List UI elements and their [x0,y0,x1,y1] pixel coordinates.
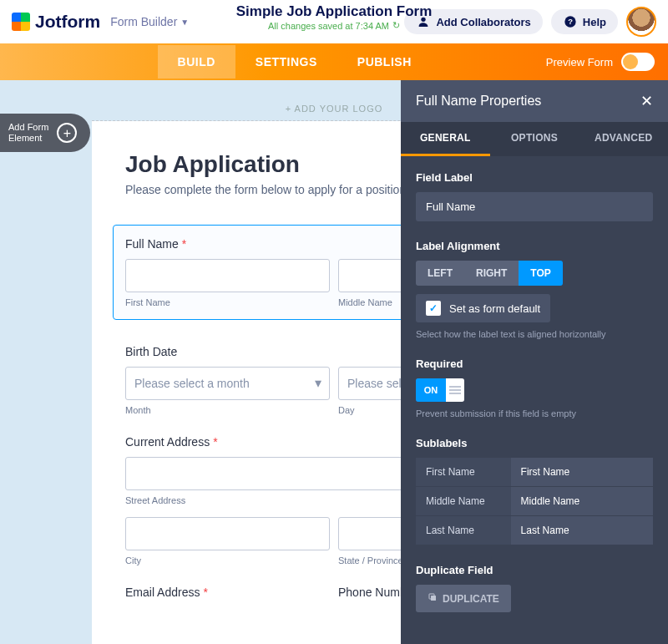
section-label-alignment: Label Alignment LEFT RIGHT TOP Set as fo… [416,240,653,339]
sublabel-input-middle[interactable] [521,495,643,507]
question-icon: ? [563,14,578,29]
help-button[interactable]: ? Help [551,9,618,34]
field-label-input[interactable] [416,192,653,221]
main-tab-bar: BUILD SETTINGS PUBLISH Preview Form [0,43,668,80]
top-bar: Jotform Form Builder ▼ Simple Job Applic… [0,0,668,43]
required-star: * [213,435,217,449]
alignment-hint: Select how the label text is aligned hor… [416,329,653,339]
month-select[interactable]: Please select a month [125,367,330,400]
city-input[interactable] [125,517,330,550]
properties-tabs: GENERAL OPTIONS ADVANCED [401,122,668,156]
header-center: Simple Job Application Form All changes … [236,3,433,31]
required-toggle[interactable]: ON [416,378,464,402]
required-star: * [182,237,186,251]
properties-panel: Full Name Properties ✕ GENERAL OPTIONS A… [401,80,668,644]
first-name-input[interactable] [125,259,330,292]
save-status: All changes saved at 7:34 AM ↻ [236,20,433,31]
alignment-segmented: LEFT RIGHT TOP [416,261,653,286]
sublabel-row: First Name [416,458,653,487]
section-duplicate: Duplicate Field DUPLICATE [416,564,653,612]
section-field-label: Field Label [416,171,653,221]
avatar[interactable] [626,7,656,37]
section-sublabels: Sublabels First Name Middle Name Last Na… [416,437,653,545]
field-label: Email Address* [125,586,330,599]
align-top-button[interactable]: TOP [519,261,562,286]
sublabel-month: Month [125,405,330,415]
form-title[interactable]: Simple Job Application Form [236,3,433,20]
tab-publish[interactable]: PUBLISH [337,45,432,79]
preview-form-toggle[interactable]: Preview Form [546,53,668,71]
ptab-options[interactable]: OPTIONS [490,122,579,156]
required-hint: Prevent submission if this field is empt… [416,408,653,418]
align-left-button[interactable]: LEFT [416,261,464,286]
chevron-down-icon: ▼ [180,18,189,27]
duplicate-button[interactable]: DUPLICATE [416,585,511,612]
ptab-general[interactable]: GENERAL [401,122,490,156]
close-icon[interactable]: ✕ [640,92,653,110]
properties-body: Field Label Label Alignment LEFT RIGHT T… [401,156,668,644]
main-tabs: BUILD SETTINGS PUBLISH [158,45,432,79]
toggle-switch[interactable] [621,53,655,71]
svg-rect-3 [431,596,436,601]
plus-icon: + [57,123,77,143]
form-builder-label: Form Builder [110,15,177,28]
sublabel-city: City [125,555,330,565]
add-form-element-button[interactable]: Add Form Element + [0,114,90,152]
brand-text: Jotform [35,12,100,32]
svg-text:?: ? [568,18,573,26]
field-email[interactable]: Email Address* [125,586,330,607]
canvas: Add Form Element + + ADD YOUR LOGO Job A… [0,80,668,644]
jotform-icon [12,13,30,31]
sublabel-first-name: First Name [125,297,330,307]
align-right-button[interactable]: RIGHT [464,261,519,286]
sublabels-table: First Name Middle Name Last Name [416,458,653,545]
checkbox-icon [426,301,441,316]
tab-build[interactable]: BUILD [158,45,235,79]
sublabel-input-first[interactable] [521,466,643,478]
ptab-advanced[interactable]: ADVANCED [579,122,668,156]
brand-logo[interactable]: Jotform [12,12,100,32]
history-icon[interactable]: ↻ [392,20,400,31]
sublabel-row: Middle Name [416,487,653,516]
toggle-grip-icon [446,378,464,402]
properties-title: Full Name Properties [416,94,541,109]
section-required: Required ON Prevent submission if this f… [416,357,653,418]
duplicate-icon [428,592,438,605]
top-right-actions: Add Collaborators ? Help [404,7,656,37]
preview-label: Preview Form [546,56,613,68]
form-builder-dropdown[interactable]: Form Builder ▼ [110,15,189,28]
properties-header: Full Name Properties ✕ [401,80,668,122]
sublabel-input-last[interactable] [521,525,643,536]
sublabel-row: Last Name [416,516,653,545]
set-default-checkbox-row[interactable]: Set as form default [416,294,550,322]
tab-settings[interactable]: SETTINGS [235,45,337,79]
